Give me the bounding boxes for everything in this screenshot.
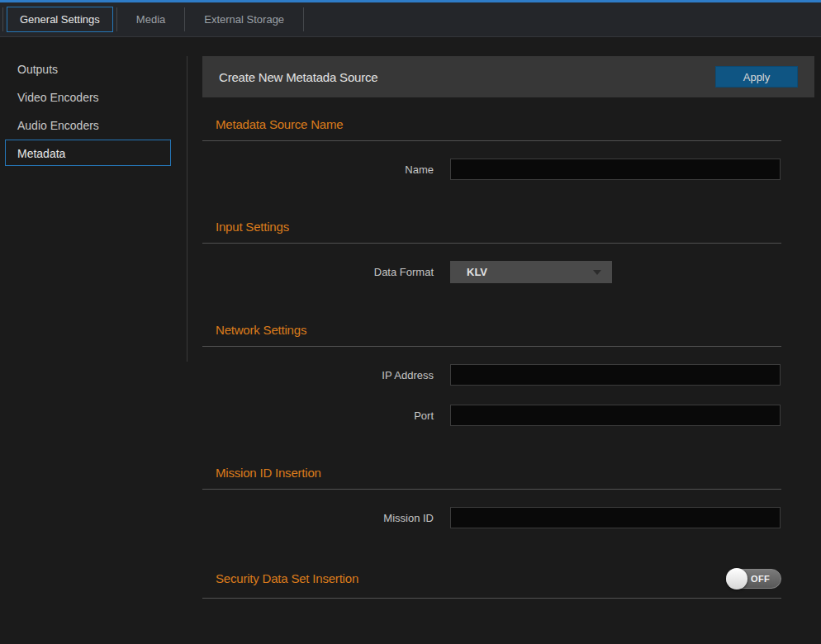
- section-divider: [202, 489, 781, 490]
- section-heading-security-data-set-insertion: Security Data Set Insertion: [216, 572, 358, 585]
- panel-header: Create New Metatada Source Apply: [202, 56, 814, 97]
- ip-address-input[interactable]: [450, 364, 781, 386]
- section-divider: [202, 346, 781, 347]
- section-divider: [202, 243, 781, 244]
- tab-separator: [2, 7, 3, 31]
- section-heading-mission-id-insertion: Mission ID Insertion: [216, 466, 781, 480]
- data-format-label: Data Format: [202, 266, 450, 278]
- tab-media[interactable]: Media: [120, 7, 182, 32]
- sidebar-item-metadata[interactable]: Metadata: [5, 140, 171, 166]
- page-title: Create New Metatada Source: [219, 70, 377, 84]
- data-format-selected-value: KLV: [467, 266, 487, 278]
- toggle-state-label: OFF: [751, 574, 770, 584]
- chevron-down-icon: [593, 270, 601, 275]
- sidebar-item-audio-encoders[interactable]: Audio Encoders: [5, 111, 171, 138]
- section-divider: [202, 598, 781, 599]
- metadata-source-form: Metadata Source Name Name Input Settings…: [202, 118, 781, 599]
- port-label: Port: [202, 410, 450, 422]
- sidebar: Outputs Video Encoders Audio Encoders Me…: [0, 37, 187, 642]
- data-format-dropdown[interactable]: KLV: [450, 261, 612, 283]
- ip-address-label: IP Address: [202, 369, 450, 381]
- tab-separator: [303, 7, 304, 31]
- form-row-name: Name: [202, 159, 781, 180]
- top-tab-bar: General Settings Media External Storage: [0, 0, 821, 37]
- mission-id-label: Mission ID: [202, 512, 450, 524]
- app-window: General Settings Media External Storage …: [0, 0, 821, 644]
- section-divider: [202, 140, 781, 141]
- tab-general-settings[interactable]: General Settings: [7, 7, 113, 32]
- form-row-data-format: Data Format KLV: [202, 261, 781, 283]
- name-label: Name: [202, 163, 450, 176]
- main-panel: Create New Metatada Source Apply Metadat…: [202, 56, 814, 642]
- section-heading-metadata-source-name: Metadata Source Name: [216, 118, 781, 131]
- form-row-port: Port: [202, 405, 781, 426]
- name-input[interactable]: [450, 159, 781, 180]
- sidebar-item-outputs[interactable]: Outputs: [5, 55, 171, 82]
- apply-button[interactable]: Apply: [715, 66, 798, 88]
- tab-external-storage[interactable]: External Storage: [187, 7, 301, 32]
- form-row-mission-id: Mission ID: [202, 507, 781, 528]
- mission-id-input[interactable]: [450, 507, 781, 528]
- tab-separator: [184, 7, 185, 31]
- form-row-security-data-set: Security Data Set Insertion OFF: [202, 569, 781, 589]
- port-input[interactable]: [450, 405, 781, 426]
- tab-separator: [116, 7, 117, 31]
- sidebar-item-video-encoders[interactable]: Video Encoders: [5, 83, 171, 110]
- section-heading-input-settings: Input Settings: [216, 220, 781, 234]
- section-heading-network-settings: Network Settings: [216, 324, 781, 337]
- form-row-ip-address: IP Address: [202, 364, 781, 386]
- toggle-knob-icon: [726, 568, 747, 590]
- security-data-set-toggle[interactable]: OFF: [726, 569, 781, 589]
